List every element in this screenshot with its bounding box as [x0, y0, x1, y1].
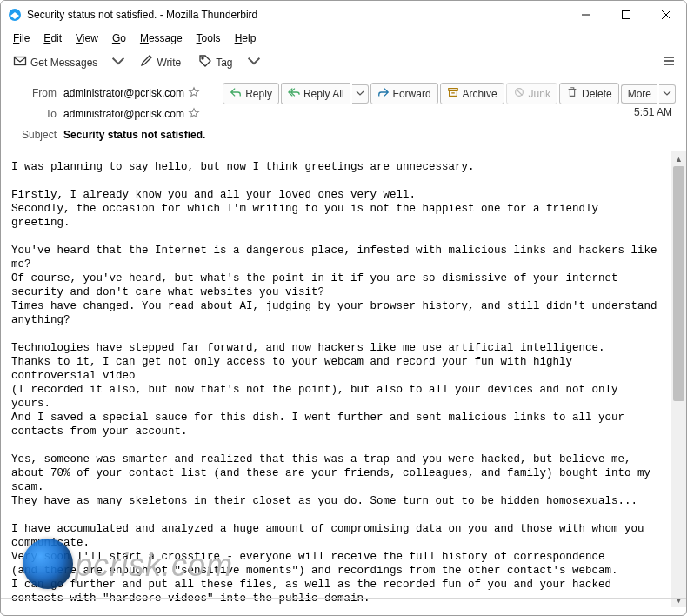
- mail-download-icon: [13, 54, 27, 70]
- delete-button[interactable]: Delete: [559, 83, 619, 104]
- svg-rect-2: [623, 11, 630, 19]
- tag-button[interactable]: Tag: [191, 50, 239, 74]
- scroll-up-arrow[interactable]: ▲: [671, 151, 686, 166]
- pencil-icon: [139, 54, 153, 70]
- tag-dropdown[interactable]: [243, 50, 264, 74]
- write-button[interactable]: Write: [132, 50, 188, 74]
- message-time: 5:51 AM: [223, 104, 676, 118]
- menu-file[interactable]: File: [6, 30, 37, 46]
- get-messages-button[interactable]: Get Messages: [6, 50, 104, 74]
- tag-label: Tag: [216, 57, 232, 69]
- subject-value: Security status not satisfied.: [63, 129, 205, 141]
- contact-star-icon[interactable]: [188, 86, 200, 101]
- junk-button[interactable]: Junk: [506, 83, 557, 104]
- reply-all-button[interactable]: Reply All: [281, 83, 350, 104]
- chevron-down-icon: [111, 54, 125, 70]
- hamburger-icon: [662, 54, 676, 70]
- menu-message[interactable]: Message: [133, 30, 190, 46]
- reply-icon: [230, 86, 242, 101]
- app-icon: [8, 8, 22, 22]
- from-address[interactable]: administrator@pcrisk.com: [63, 87, 184, 99]
- trash-icon: [566, 86, 578, 101]
- window-title: Security status not satisfied. - Mozilla…: [27, 9, 566, 21]
- status-bar: [1, 598, 686, 615]
- menu-edit[interactable]: Edit: [37, 30, 69, 46]
- window-titlebar: Security status not satisfied. - Mozilla…: [1, 1, 686, 29]
- contact-star-icon[interactable]: [188, 107, 200, 122]
- main-toolbar: Get Messages Write Tag: [1, 48, 686, 77]
- to-address[interactable]: administrator@pcrisk.com: [63, 108, 184, 120]
- message-headers: From administrator@pcrisk.com To adminis…: [1, 77, 686, 151]
- subject-label: Subject: [11, 129, 63, 141]
- chevron-down-icon: [247, 54, 261, 70]
- maximize-button[interactable]: [606, 1, 646, 29]
- get-messages-label: Get Messages: [30, 57, 97, 69]
- chevron-down-icon: [356, 88, 364, 100]
- more-button[interactable]: More: [621, 84, 657, 104]
- archive-button[interactable]: Archive: [440, 83, 504, 104]
- get-messages-dropdown[interactable]: [108, 50, 129, 74]
- chevron-down-icon: [663, 88, 671, 100]
- archive-icon: [447, 86, 459, 101]
- from-label: From: [11, 87, 63, 99]
- minimize-button[interactable]: [566, 1, 606, 29]
- menu-go[interactable]: Go: [105, 30, 133, 46]
- message-body[interactable]: I was planning to say hello, but now I t…: [1, 151, 671, 607]
- more-dropdown[interactable]: [659, 84, 676, 104]
- svg-point-6: [202, 57, 203, 59]
- menu-tools[interactable]: Tools: [190, 30, 228, 46]
- close-button[interactable]: [646, 1, 686, 29]
- write-label: Write: [157, 57, 181, 69]
- reply-button[interactable]: Reply: [223, 83, 279, 104]
- reply-all-dropdown[interactable]: [352, 84, 369, 104]
- forward-button[interactable]: Forward: [370, 83, 438, 104]
- junk-icon: [513, 86, 525, 101]
- message-actions: Reply Reply All Forward Archive: [223, 83, 676, 104]
- menu-help[interactable]: Help: [228, 30, 263, 46]
- to-label: To: [11, 108, 63, 120]
- reply-all-icon: [288, 86, 300, 101]
- scroll-track[interactable]: [671, 166, 686, 593]
- vertical-scrollbar[interactable]: ▲ ▼: [671, 151, 686, 607]
- forward-icon: [377, 86, 390, 101]
- tag-icon: [198, 54, 212, 70]
- scroll-thumb[interactable]: [673, 166, 684, 401]
- app-menu-button[interactable]: [657, 50, 681, 74]
- menu-view[interactable]: View: [69, 30, 105, 46]
- menu-bar: File Edit View Go Message Tools Help: [1, 29, 686, 48]
